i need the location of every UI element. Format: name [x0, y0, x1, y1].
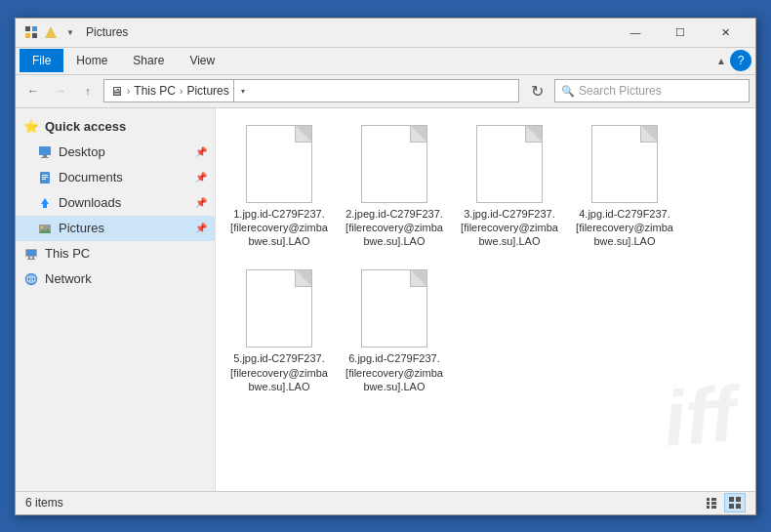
- close-button[interactable]: ✕: [703, 18, 748, 47]
- svg-rect-30: [711, 506, 716, 509]
- path-icon: 🖥: [110, 84, 123, 99]
- menu-tab-file[interactable]: File: [20, 49, 63, 72]
- view-controls: [701, 493, 746, 512]
- svg-marker-12: [41, 198, 49, 208]
- sidebar-item-network[interactable]: Network: [16, 266, 215, 292]
- status-bar: 6 items: [16, 491, 755, 514]
- svg-rect-10: [42, 177, 48, 178]
- explorer-window: ▼ Pictures — ☐ ✕ File Home Share View ▲ …: [15, 18, 756, 515]
- svg-rect-5: [39, 146, 51, 155]
- address-bar: ← → ↑ 🖥 › This PC › Pictures ▾ ↻ 🔍 Searc…: [16, 75, 755, 108]
- file-item-4[interactable]: 4.jpg.id-C279F237.[filerecovery@zimbabwe…: [571, 118, 678, 256]
- svg-rect-17: [26, 250, 36, 256]
- file-area: iff 1.jpg.id-C279F237.[filerecovery@zimb…: [216, 108, 755, 491]
- file-item-1[interactable]: 1.jpg.id-C279F237.[filerecovery@zimbabwe…: [225, 118, 333, 256]
- forward-button[interactable]: →: [49, 79, 72, 102]
- files-grid: 1.jpg.id-C279F237.[filerecovery@zimbabwe…: [225, 118, 746, 401]
- details-view-button[interactable]: [701, 493, 722, 512]
- maximize-button[interactable]: ☐: [658, 18, 703, 47]
- ribbon-chevron[interactable]: ▲: [716, 56, 726, 66]
- large-icons-view-button[interactable]: [724, 493, 746, 512]
- pictures-label: Pictures: [59, 221, 104, 235]
- sidebar-item-pictures[interactable]: Pictures 📌: [16, 216, 215, 241]
- file-icon-3: [476, 125, 543, 203]
- file-item-3[interactable]: 3.jpg.id-C279F237.[filerecovery@zimbabwe…: [456, 118, 563, 256]
- svg-rect-6: [43, 155, 47, 157]
- file-name-2: 2.jpeg.id-C279F237.[filerecovery@zimbabw…: [345, 207, 443, 249]
- svg-rect-25: [707, 498, 710, 501]
- svg-rect-3: [32, 33, 37, 38]
- downloads-label: Downloads: [59, 195, 121, 210]
- svg-marker-4: [45, 26, 57, 38]
- file-item-6[interactable]: 6.jpg.id-C279F237.[filerecovery@zimbabwe…: [341, 263, 448, 400]
- path-dropdown[interactable]: ▾: [233, 79, 253, 102]
- sidebar-item-downloads[interactable]: Downloads 📌: [16, 190, 215, 216]
- path-this-pc[interactable]: This PC: [134, 84, 176, 98]
- svg-rect-32: [736, 497, 741, 502]
- svg-rect-26: [707, 502, 710, 505]
- help-button[interactable]: ?: [730, 50, 751, 71]
- svg-rect-11: [42, 179, 46, 180]
- minimize-button[interactable]: —: [613, 18, 658, 47]
- svg-rect-27: [707, 506, 710, 509]
- address-path[interactable]: 🖥 › This PC › Pictures ▾: [103, 79, 519, 102]
- file-item-5[interactable]: 5.jpg.id-C279F237.[filerecovery@zimbabwe…: [225, 263, 333, 400]
- downloads-icon: [37, 195, 53, 211]
- documents-icon: [37, 170, 53, 185]
- file-icon-2: [361, 125, 427, 203]
- path-pictures[interactable]: Pictures: [186, 84, 228, 98]
- downloads-pin: 📌: [195, 197, 207, 208]
- pictures-pin: 📌: [195, 223, 207, 233]
- file-icon-1: [246, 125, 312, 203]
- file-icon-4: [591, 125, 658, 203]
- sidebar-item-desktop[interactable]: Desktop 📌: [16, 140, 215, 165]
- desktop-icon: [37, 144, 53, 160]
- svg-rect-28: [711, 498, 716, 501]
- menu-tab-share[interactable]: Share: [120, 49, 177, 72]
- quick-access-label: Quick access: [45, 119, 126, 134]
- sidebar: ⭐ Quick access Desktop 📌 Documents 📌: [16, 108, 216, 491]
- pictures-icon: [37, 221, 53, 236]
- file-item-2[interactable]: 2.jpeg.id-C279F237.[filerecovery@zimbabw…: [341, 118, 448, 256]
- sidebar-item-documents[interactable]: Documents 📌: [16, 165, 215, 190]
- network-icon: [23, 271, 39, 287]
- refresh-button[interactable]: ↻: [525, 79, 548, 102]
- svg-rect-34: [736, 504, 741, 509]
- main-content: ⭐ Quick access Desktop 📌 Documents 📌: [16, 108, 755, 491]
- sidebar-item-quick-access[interactable]: ⭐ Quick access: [16, 114, 215, 140]
- documents-label: Documents: [59, 170, 123, 184]
- this-pc-label: This PC: [45, 246, 90, 261]
- item-count: 6 items: [25, 496, 63, 510]
- file-name-4: 4.jpg.id-C279F237.[filerecovery@zimbabwe…: [576, 207, 673, 249]
- file-name-1: 1.jpg.id-C279F237.[filerecovery@zimbabwe…: [230, 207, 328, 249]
- search-icon: 🔍: [561, 85, 575, 98]
- svg-rect-31: [729, 497, 734, 502]
- svg-rect-7: [41, 157, 49, 158]
- desktop-pin: 📌: [195, 146, 207, 157]
- up-button[interactable]: ↑: [76, 79, 100, 102]
- path-sep-1: ›: [127, 86, 130, 97]
- svg-rect-29: [711, 502, 716, 505]
- svg-point-14: [41, 225, 44, 228]
- menu-tab-home[interactable]: Home: [63, 49, 120, 72]
- qat-icon-2: [43, 24, 59, 40]
- title-controls: — ☐ ✕: [613, 18, 748, 47]
- back-button[interactable]: ←: [21, 79, 45, 102]
- menu-tab-view[interactable]: View: [177, 49, 227, 72]
- documents-pin: 📌: [195, 172, 207, 183]
- svg-rect-2: [25, 33, 30, 38]
- menu-bar: File Home Share View ▲ ?: [16, 48, 755, 75]
- file-icon-5: [246, 269, 312, 348]
- search-box[interactable]: 🔍 Search Pictures: [554, 79, 750, 102]
- computer-icon: [23, 246, 39, 262]
- file-icon-6: [361, 269, 427, 348]
- qat-dropdown[interactable]: ▼: [62, 24, 78, 40]
- file-name-3: 3.jpg.id-C279F237.[filerecovery@zimbabwe…: [461, 207, 558, 249]
- svg-rect-20: [27, 259, 35, 260]
- title-bar: ▼ Pictures — ☐ ✕: [16, 19, 755, 48]
- sidebar-item-this-pc[interactable]: This PC: [16, 241, 215, 266]
- svg-rect-0: [25, 26, 30, 31]
- search-placeholder: Search Pictures: [579, 84, 662, 98]
- qat-icon-1: [23, 24, 39, 40]
- svg-rect-33: [729, 504, 734, 509]
